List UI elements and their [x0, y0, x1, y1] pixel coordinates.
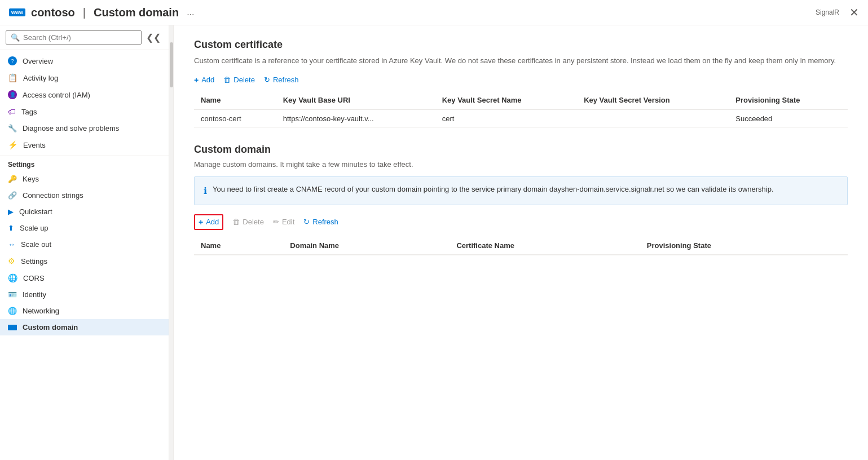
sidebar-item-label: Activity log: [23, 74, 58, 82]
settings-section-label: Settings: [0, 156, 169, 171]
cert-section-desc: Custom certificate is a reference to you…: [194, 55, 848, 67]
title-ellipsis[interactable]: ...: [187, 7, 194, 17]
sidebar-item-label: Quickstart: [19, 207, 52, 216]
sidebar-item-settings[interactable]: ⚙ Settings: [0, 253, 169, 269]
domain-col-name: Name: [194, 237, 283, 255]
tags-icon: 🏷: [8, 107, 16, 116]
search-icon: 🔍: [11, 33, 20, 42]
sidebar-item-access-control[interactable]: 👤 Access control (IAM): [0, 86, 169, 103]
scale-out-icon: ↔: [8, 240, 15, 249]
domain-refresh-label: Refresh: [312, 218, 338, 226]
sidebar-item-label: Identity: [23, 290, 46, 299]
cert-toolbar: + Add 🗑 Delete ↻ Refresh: [194, 76, 848, 85]
info-banner-text: You need to first create a CNAME record …: [213, 184, 774, 195]
cert-row-state: Succeeded: [729, 109, 848, 128]
cert-refresh-button[interactable]: ↻ Refresh: [264, 76, 299, 84]
events-icon: ⚡: [8, 140, 17, 149]
networking-icon: 🌐: [8, 307, 17, 315]
sidebar-item-label: Events: [23, 141, 46, 149]
domain-edit-label: Edit: [282, 218, 294, 226]
sidebar-item-events[interactable]: ⚡ Events: [0, 136, 169, 153]
sidebar-item-label: Overview: [23, 57, 53, 65]
quickstart-icon: ▶: [8, 207, 14, 216]
cert-col-secret-name: Key Vault Secret Name: [435, 91, 577, 109]
sidebar-item-label: Settings: [21, 257, 47, 266]
title-resource-name: contoso: [31, 6, 75, 19]
domain-section-desc: Manage custom domains. It might take a f…: [194, 160, 848, 169]
domain-delete-button[interactable]: 🗑 Delete: [232, 218, 264, 226]
sidebar-item-overview[interactable]: ? Overview: [0, 52, 169, 69]
settings-icon: ⚙: [8, 256, 15, 266]
domain-delete-label: Delete: [243, 218, 264, 226]
collapse-sidebar-button[interactable]: ❮❮: [144, 30, 163, 45]
title-bar: www contoso | Custom domain ... SignalR …: [0, 0, 868, 25]
sidebar-item-label: Keys: [23, 175, 39, 183]
cert-col-state: Provisioning State: [729, 91, 848, 109]
sidebar-item-label: Access control (IAM): [23, 91, 90, 99]
domain-col-state: Provisioning State: [640, 237, 848, 255]
keys-icon: 🔑: [8, 175, 17, 183]
title-icon: www: [9, 8, 25, 16]
cert-delete-label: Delete: [233, 76, 255, 84]
iam-icon: 👤: [8, 90, 17, 99]
cert-col-name: Name: [194, 91, 276, 109]
sidebar-item-tags[interactable]: 🏷 Tags: [0, 103, 169, 120]
sidebar-item-custom-domain[interactable]: Custom domain: [0, 319, 169, 335]
domain-section: Custom domain Manage custom domains. It …: [194, 144, 848, 255]
scale-up-icon: ⬆: [8, 224, 14, 232]
cert-col-secret-version: Key Vault Secret Version: [577, 91, 729, 109]
domain-add-label: Add: [206, 218, 219, 226]
cert-row-uri: https://contoso-key-vault.v...: [276, 109, 435, 128]
sidebar-item-quickstart[interactable]: ▶ Quickstart: [0, 204, 169, 220]
cert-refresh-label: Refresh: [273, 76, 299, 84]
sidebar-item-label: Tags: [21, 108, 37, 116]
domain-section-title: Custom domain: [194, 144, 848, 156]
title-resource-type: SignalR: [816, 8, 839, 16]
sidebar-item-diagnose[interactable]: 🔧 Diagnose and solve problems: [0, 120, 169, 136]
domain-table: Name Domain Name Certificate Name Provis…: [194, 237, 848, 255]
cert-section-title: Custom certificate: [194, 39, 848, 51]
sidebar-item-keys[interactable]: 🔑 Keys: [0, 171, 169, 187]
domain-col-cert-name: Certificate Name: [450, 237, 640, 255]
sidebar-item-label: Custom domain: [23, 323, 78, 331]
cert-delete-button[interactable]: 🗑 Delete: [223, 76, 255, 84]
sidebar-item-cors[interactable]: 🌐 CORS: [0, 269, 169, 286]
sidebar-item-scale-up[interactable]: ⬆ Scale up: [0, 220, 169, 236]
domain-edit-button[interactable]: ✏ Edit: [273, 218, 294, 226]
add-icon: +: [194, 76, 199, 85]
cert-add-label: Add: [201, 76, 214, 84]
domain-add-button[interactable]: + Add: [196, 216, 221, 228]
info-icon: ℹ: [204, 184, 207, 198]
title-separator: |: [83, 6, 86, 19]
cors-icon: 🌐: [8, 273, 17, 282]
domain-refresh-button[interactable]: ↻ Refresh: [303, 218, 338, 226]
domain-add-button-highlight: + Add: [194, 214, 223, 230]
sidebar-item-label: Connection strings: [23, 191, 83, 200]
cert-row-name: contoso-cert: [194, 109, 276, 128]
refresh-domain-icon: ↻: [303, 218, 310, 226]
cert-row-secret-name: cert: [435, 109, 577, 128]
sidebar-item-label: Scale out: [21, 240, 51, 249]
sidebar-item-activity-log[interactable]: 📋 Activity log: [0, 69, 169, 86]
refresh-icon: ↻: [264, 76, 270, 84]
info-banner: ℹ You need to first create a CNAME recor…: [194, 176, 848, 205]
sidebar-item-label: Scale up: [20, 224, 49, 232]
search-input[interactable]: [23, 33, 136, 42]
domain-toolbar: + Add 🗑 Delete ✏ Edit ↻ Refresh: [194, 214, 848, 230]
connection-strings-icon: 🔗: [8, 191, 17, 200]
add-domain-icon: +: [199, 218, 203, 227]
sidebar-item-connection-strings[interactable]: 🔗 Connection strings: [0, 187, 169, 204]
domain-col-domain-name: Domain Name: [283, 237, 450, 255]
delete-icon: 🗑: [223, 76, 231, 84]
cert-add-button[interactable]: + Add: [194, 76, 214, 85]
sidebar-item-scale-out[interactable]: ↔ Scale out: [0, 236, 169, 253]
cert-table-row[interactable]: contoso-cert https://contoso-key-vault.v…: [194, 109, 848, 128]
custom-domain-icon: [8, 325, 17, 330]
cert-section: Custom certificate Custom certificate is…: [194, 39, 848, 128]
sidebar-item-label: Diagnose and solve problems: [23, 124, 119, 132]
delete-domain-icon: 🗑: [232, 218, 240, 226]
close-button[interactable]: ✕: [849, 6, 859, 19]
sidebar-item-identity[interactable]: 🪪 Identity: [0, 286, 169, 303]
sidebar-item-networking[interactable]: 🌐 Networking: [0, 303, 169, 319]
cert-col-key-vault-uri: Key Vault Base URI: [276, 91, 435, 109]
